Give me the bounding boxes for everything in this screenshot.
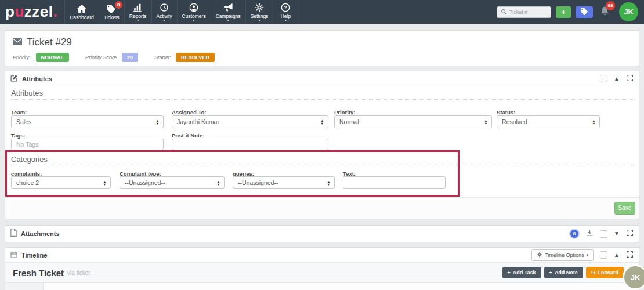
entry-title: Fresh Ticket: [13, 268, 64, 278]
user-icon: [189, 3, 198, 12]
priority-select[interactable]: Normal ▴▾: [334, 115, 492, 128]
team-label: Team:: [11, 109, 27, 115]
attachments-panel-title: Attachments: [21, 230, 60, 237]
save-button[interactable]: Save: [614, 202, 635, 215]
attachments-panel: Attachments 0 ▼: [5, 225, 639, 242]
entry-via: via ticket: [67, 270, 90, 276]
complaints-select-value: choice 2: [16, 179, 39, 186]
expand-down-icon[interactable]: ▼: [614, 231, 620, 237]
attributes-panel-footer: [5, 197, 639, 219]
calendar-icon: [10, 250, 17, 260]
notifications-count-badge: 68: [606, 1, 615, 10]
new-ticket-button[interactable]: +: [556, 6, 571, 18]
add-task-button[interactable]: +Add Task: [502, 267, 541, 278]
complaint-type-select[interactable]: --Unassigned-- ▴▾: [120, 176, 225, 188]
add-note-button[interactable]: +Add Note: [544, 267, 583, 278]
postit-note-label: Post-it Note:: [172, 132, 204, 139]
divider: [11, 166, 633, 166]
select-arrows-icon: ▴▾: [157, 119, 158, 125]
collapse-icon[interactable]: ▲: [614, 252, 620, 258]
panel-select-checkbox[interactable]: [600, 230, 607, 238]
expand-icon[interactable]: [626, 74, 634, 84]
caret-down-icon: ▾: [193, 19, 195, 22]
attachments-count-badge: 0: [569, 229, 580, 239]
question-icon: ?: [281, 3, 290, 12]
file-icon: [10, 229, 17, 239]
ticket-header-card: Ticket #29 Priority: NORMAL Priority Sco…: [5, 30, 639, 66]
tags-button[interactable]: [576, 6, 593, 18]
entry-author-avatar: JK: [623, 264, 644, 290]
caret-down-icon: ▾: [137, 19, 139, 22]
home-icon: [77, 4, 86, 13]
select-arrows-icon: ▴▾: [104, 180, 106, 186]
divider: [11, 99, 633, 100]
search-icon: [501, 7, 507, 17]
priority-label: Priority:: [13, 55, 31, 60]
timeline-panel: Timeline Timeline Options ▾ ▲ Fresh Tick…: [5, 247, 639, 290]
tags-input[interactable]: [11, 139, 164, 150]
nav-items: Dashboard 8 Tickets Reports ▾ Activity ▾…: [64, 0, 298, 24]
svg-text:?: ?: [284, 5, 287, 10]
logo-text: p: [5, 3, 15, 21]
nav-item-settings[interactable]: Settings ▾: [245, 0, 273, 24]
nav-label: Settings: [251, 13, 269, 19]
plus-icon: +: [549, 270, 552, 276]
nav-item-customers[interactable]: Customers ▾: [177, 0, 211, 24]
timeline-options-label: Timeline Options: [545, 252, 584, 258]
categories-section-title: Categories: [11, 155, 48, 164]
nav-item-dashboard[interactable]: Dashboard: [64, 0, 99, 24]
nav-item-campaigns[interactable]: Campaigns ▾: [211, 0, 245, 24]
timeline-options-button[interactable]: Timeline Options ▾: [531, 249, 594, 261]
plus-icon: +: [508, 270, 511, 276]
timeline-panel-title: Timeline: [21, 252, 47, 259]
navbar-right: + 68 JK: [497, 0, 644, 24]
forward-arrow-icon: ↪: [591, 270, 596, 276]
download-icon[interactable]: [586, 229, 594, 239]
expand-icon[interactable]: [626, 250, 634, 260]
expand-icon[interactable]: [626, 229, 634, 239]
puzzel-logo[interactable]: puzzel.: [0, 0, 64, 24]
timeline-panel-header: Timeline Timeline Options ▾ ▲: [5, 248, 639, 263]
nav-item-tickets[interactable]: 8 Tickets: [99, 0, 124, 24]
tickets-count-badge: 8: [115, 1, 122, 9]
team-select[interactable]: Sales ▴▾: [11, 115, 164, 128]
complaints-select[interactable]: choice 2 ▴▾: [11, 176, 111, 188]
ticket-search-box[interactable]: [497, 6, 551, 18]
assigned-to-select[interactable]: Jayanthi Kumar ▴▾: [172, 115, 328, 128]
assigned-to-select-value: Jayanthi Kumar: [177, 118, 219, 125]
nav-item-help[interactable]: ? Help ▾: [273, 0, 298, 24]
status-select-value: Resolved: [502, 118, 527, 125]
caret-down-icon: ▾: [587, 253, 589, 258]
user-avatar[interactable]: JK: [619, 2, 638, 21]
queries-select[interactable]: --Unassigned-- ▴▾: [233, 176, 335, 188]
select-arrows-icon: ▴▾: [328, 180, 330, 186]
postit-note-input[interactable]: [172, 139, 328, 150]
team-select-value: Sales: [16, 118, 31, 125]
text-field-input[interactable]: [343, 176, 446, 188]
gears-icon: [537, 252, 542, 259]
top-navbar: puzzel. Dashboard 8 Tickets Reports ▾ Ac…: [0, 0, 644, 24]
gear-icon: [255, 3, 264, 12]
nav-item-reports[interactable]: Reports ▾: [124, 0, 151, 24]
attributes-panel: Attributes ▲ Attributes Team: Assigned T…: [5, 71, 639, 219]
nav-item-activity[interactable]: Activity ▾: [151, 0, 177, 24]
ticket-title-row: Ticket #29: [5, 31, 639, 48]
attachments-panel-header: Attachments 0 ▼: [5, 226, 639, 242]
nav-label: Activity: [157, 13, 172, 19]
logo-accent: u: [15, 3, 24, 21]
select-arrows-icon: ▴▾: [485, 119, 487, 125]
caret-down-icon: ▾: [227, 19, 229, 22]
panel-select-checkbox[interactable]: [600, 251, 607, 259]
attributes-panel-header: Attributes ▲: [5, 71, 639, 86]
notifications-button[interactable]: 68: [600, 6, 610, 19]
logo-text-2: zzel: [24, 3, 53, 21]
status-select[interactable]: Resolved ▴▾: [497, 115, 600, 128]
search-input[interactable]: [509, 9, 547, 15]
tag-icon: [581, 7, 588, 17]
panel-select-checkbox[interactable]: [600, 75, 607, 82]
collapse-icon[interactable]: ▲: [614, 76, 620, 82]
caret-down-icon: ▾: [164, 19, 165, 22]
priority-select-value: Normal: [339, 118, 359, 125]
forward-button[interactable]: ↪Forward: [586, 267, 624, 278]
edit-icon: [10, 74, 18, 84]
